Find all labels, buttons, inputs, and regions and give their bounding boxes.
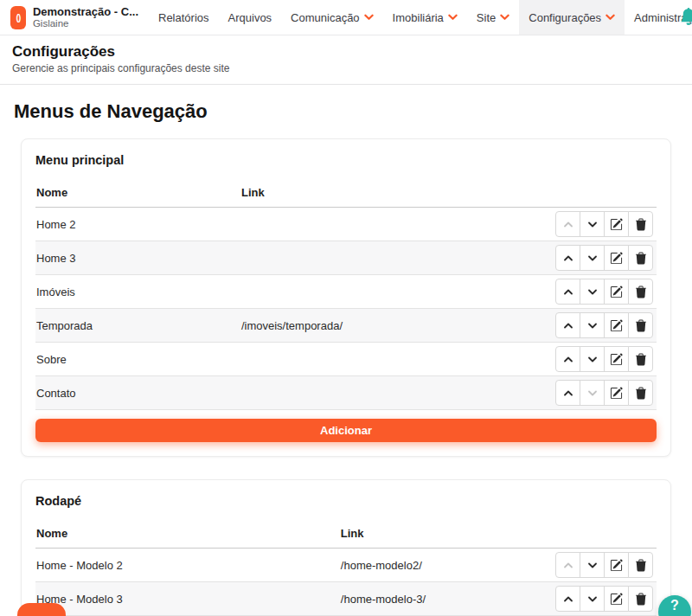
move-down-button[interactable] xyxy=(580,211,605,237)
move-up-button[interactable] xyxy=(555,346,580,372)
row-actions xyxy=(555,312,653,338)
chevron-down-icon xyxy=(587,595,598,603)
chevron-down-icon xyxy=(587,356,598,363)
move-up-button[interactable] xyxy=(555,552,580,578)
table-row: Home - Modelo 3 /home-modelo-3/ xyxy=(35,582,657,616)
move-down-button[interactable] xyxy=(580,380,605,406)
edit-button[interactable] xyxy=(604,346,629,372)
nav-item-configuracoes[interactable]: Configurações xyxy=(519,0,625,35)
chevron-down-icon xyxy=(606,14,615,21)
menu-item-link xyxy=(240,241,546,275)
row-actions xyxy=(555,346,653,372)
delete-button[interactable] xyxy=(628,279,653,305)
menu-card: Rodapé Nome Link Home - Modelo 2 /home-m… xyxy=(21,479,671,616)
edit-button[interactable] xyxy=(604,245,629,271)
edit-pencil-icon xyxy=(610,353,623,366)
move-up-button[interactable] xyxy=(555,586,580,612)
menu-item-link: /home-modelo2/ xyxy=(340,549,546,582)
column-header-link: Link xyxy=(240,179,546,208)
column-header-nome: Nome xyxy=(35,179,240,208)
move-up-button[interactable] xyxy=(555,380,580,406)
floating-action-button[interactable] xyxy=(17,603,66,616)
edit-button[interactable] xyxy=(604,312,629,338)
trash-icon xyxy=(635,593,647,606)
edit-pencil-icon xyxy=(610,593,623,606)
delete-button[interactable] xyxy=(628,552,653,578)
top-navbar: () Demonstração - C... Gislaine Relatóri… xyxy=(0,0,692,35)
chevron-up-icon xyxy=(563,595,573,603)
table-row: Home 3 xyxy=(35,241,657,275)
trash-icon xyxy=(635,387,647,400)
menu-item-name: Home 2 xyxy=(35,208,240,241)
chevron-up-icon xyxy=(563,221,573,228)
nav-item-imobiliaria[interactable]: Imobiliária xyxy=(383,0,467,35)
nav-item-relatorios[interactable]: Relatórios xyxy=(149,0,219,35)
main-nav: Relatórios Arquivos Comunicação Imobiliá… xyxy=(149,0,692,35)
chevron-down-icon xyxy=(587,254,598,262)
edit-button[interactable] xyxy=(604,211,629,237)
menu-item-link xyxy=(240,208,546,241)
menu-item-link: /home-modelo-3/ xyxy=(340,582,546,616)
chevron-up-icon xyxy=(563,288,573,296)
delete-button[interactable] xyxy=(628,245,653,271)
edit-button[interactable] xyxy=(604,279,629,305)
move-up-button[interactable] xyxy=(555,245,580,271)
table-row: Home - Modelo 2 /home-modelo2/ xyxy=(35,549,657,582)
column-header-actions xyxy=(546,520,657,549)
menu-item-link: /imoveis/temporada/ xyxy=(240,309,546,343)
nav-item-comunicacao[interactable]: Comunicação xyxy=(281,0,383,35)
menu-table: Nome Link Home - Modelo 2 /home-modelo2/ xyxy=(35,520,657,616)
menu-card-title: Menu principal xyxy=(35,153,657,167)
brand[interactable]: () Demonstração - C... Gislaine xyxy=(0,0,149,35)
menu-item-name: Contato xyxy=(35,376,240,410)
edit-pencil-icon xyxy=(610,286,623,298)
edit-button[interactable] xyxy=(604,586,629,612)
delete-button[interactable] xyxy=(628,346,653,372)
edit-pencil-icon xyxy=(610,559,623,572)
menu-item-name: Home 3 xyxy=(35,241,240,275)
column-header-actions xyxy=(546,179,657,208)
adicionar-button[interactable]: Adicionar xyxy=(35,419,657,442)
delete-button[interactable] xyxy=(628,380,653,406)
row-actions xyxy=(555,279,653,305)
trash-icon xyxy=(635,252,647,265)
move-down-button[interactable] xyxy=(580,346,605,372)
delete-button[interactable] xyxy=(628,586,653,612)
chevron-down-icon xyxy=(364,14,374,21)
move-down-button[interactable] xyxy=(580,279,605,305)
trash-icon xyxy=(635,286,647,298)
edit-button[interactable] xyxy=(604,380,629,406)
table-row: Temporada /imoveis/temporada/ xyxy=(35,309,657,343)
notifications-bell-icon[interactable] xyxy=(680,8,692,29)
nav-item-arquivos[interactable]: Arquivos xyxy=(219,0,282,35)
brand-logo-icon: () xyxy=(10,6,26,29)
move-up-button[interactable] xyxy=(555,211,580,237)
nav-item-site[interactable]: Site xyxy=(467,0,519,35)
trash-icon xyxy=(635,319,647,332)
column-header-nome: Nome xyxy=(35,520,340,549)
chevron-down-icon xyxy=(587,561,598,569)
trash-icon xyxy=(635,353,647,366)
move-up-button[interactable] xyxy=(555,312,580,338)
row-actions xyxy=(555,380,653,406)
chevron-up-icon xyxy=(563,356,573,363)
edit-button[interactable] xyxy=(604,552,629,578)
move-down-button[interactable] xyxy=(580,552,605,578)
edit-pencil-icon xyxy=(610,218,623,231)
delete-button[interactable] xyxy=(628,312,653,338)
move-down-button[interactable] xyxy=(580,586,605,612)
chevron-down-icon xyxy=(448,14,458,21)
move-down-button[interactable] xyxy=(580,245,605,271)
trash-icon xyxy=(635,559,647,572)
move-up-button[interactable] xyxy=(555,279,580,305)
edit-pencil-icon xyxy=(610,252,623,265)
move-down-button[interactable] xyxy=(580,312,605,338)
chevron-up-icon xyxy=(563,561,573,569)
help-button-label: ? xyxy=(670,598,679,613)
page-header-title: Configurações xyxy=(12,43,680,61)
menu-item-name: Imóveis xyxy=(35,275,240,309)
delete-button[interactable] xyxy=(628,211,653,237)
table-row: Home 2 xyxy=(35,208,657,241)
chevron-down-icon xyxy=(587,221,598,228)
chevron-up-icon xyxy=(563,254,573,262)
